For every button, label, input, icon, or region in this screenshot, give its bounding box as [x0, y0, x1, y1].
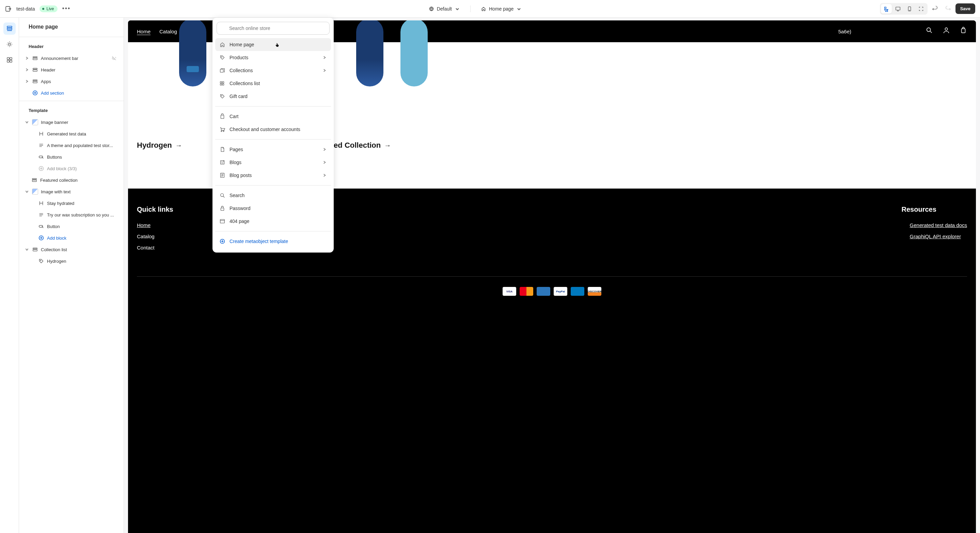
svg-rect-11	[7, 60, 9, 62]
save-button[interactable]: Save	[956, 3, 975, 14]
divider	[137, 276, 967, 277]
cart-icon[interactable]	[959, 27, 967, 34]
sidebar-item-header[interactable]: Header	[22, 64, 121, 76]
popover-item-search[interactable]: Search	[215, 189, 331, 202]
section-icon	[32, 67, 38, 73]
sidebar-item-announcement[interactable]: Announcement bar	[22, 52, 121, 64]
svg-rect-34	[220, 69, 223, 72]
popover-item-blogs[interactable]: Blogs	[215, 156, 331, 169]
add-section-button[interactable]: Add section	[22, 87, 121, 99]
svg-point-8	[8, 43, 11, 45]
popover-item-blog-posts[interactable]: Blog posts	[215, 169, 331, 182]
footer-link-contact[interactable]: Contact	[137, 245, 173, 251]
sidebar-item-featured-collection[interactable]: Featured collection	[22, 174, 121, 186]
fullscreen-view[interactable]	[916, 4, 926, 14]
sidebar-item-wax-subscription[interactable]: Try our wax subscription so you ...	[22, 209, 121, 220]
eye-off-icon[interactable]	[111, 56, 117, 61]
popover-item-pages[interactable]: Pages	[215, 143, 331, 156]
page-icon	[219, 146, 226, 152]
svg-rect-35	[220, 82, 222, 83]
tree-label: Apps	[41, 79, 117, 84]
section-icon	[32, 246, 38, 252]
theme-settings-tab[interactable]	[3, 38, 16, 51]
tree-label: Buttons	[47, 154, 117, 160]
chevron-right-icon	[322, 55, 327, 60]
svg-rect-22	[32, 179, 37, 180]
undo-button[interactable]	[930, 3, 940, 14]
app-embeds-tab[interactable]	[3, 54, 16, 66]
item-label: Collections	[229, 68, 253, 73]
text-icon	[38, 142, 44, 148]
item-label: Password	[229, 206, 250, 211]
search-input[interactable]	[216, 22, 329, 35]
sidebar-item-button[interactable]: Button	[22, 220, 121, 232]
footer-link-graphiql[interactable]: GraphiQL API explorer	[910, 233, 967, 239]
item-label: Home page	[229, 42, 254, 47]
divider	[215, 231, 331, 232]
redo-icon	[945, 6, 951, 12]
section-icon	[32, 78, 38, 84]
popover-item-collections-list[interactable]: Collections list	[215, 77, 331, 90]
popover-item-create-metaobject[interactable]: Create metaobject template	[215, 235, 331, 248]
nav-catalog[interactable]: Catalog	[159, 29, 177, 34]
svg-rect-36	[222, 82, 224, 83]
sidebar-item-stay-hydrated[interactable]: Stay hydrated	[22, 197, 121, 209]
image-banner-icon	[32, 119, 38, 125]
sidebar-item-buttons[interactable]: Buttons	[22, 151, 121, 163]
sidebar-item-theme-populated[interactable]: A theme and populated test stor...	[22, 140, 121, 151]
popover-item-home-page[interactable]: Home page	[215, 38, 331, 51]
svg-point-45	[221, 194, 224, 197]
svg-rect-5	[7, 26, 12, 28]
svg-point-41	[221, 131, 222, 132]
visa-icon: VISA	[503, 287, 516, 296]
browser-icon	[219, 218, 226, 224]
tree-label: Button	[47, 224, 117, 229]
divider	[215, 185, 331, 186]
sections-tab[interactable]	[3, 22, 16, 35]
nav-home[interactable]: Home	[137, 29, 151, 34]
popover-item-checkout[interactable]: Checkout and customer accounts	[215, 123, 331, 136]
language-label: Default	[437, 6, 452, 11]
collection-name: Hydrogen	[137, 141, 172, 150]
viewport-group	[880, 3, 928, 14]
account-icon[interactable]	[943, 27, 950, 34]
sidebar-item-collection-list[interactable]: Collection list	[22, 244, 121, 255]
bag-icon	[219, 113, 226, 119]
page-selector[interactable]: Home page	[481, 6, 522, 11]
sidebar-item-image-with-text[interactable]: Image with text	[22, 186, 121, 197]
tree-label: Generated test data	[47, 132, 117, 136]
popover-item-404[interactable]: 404 page	[215, 215, 331, 228]
item-label: Products	[229, 55, 248, 60]
item-label: Gift card	[229, 94, 248, 99]
footer-link-catalog[interactable]: Catalog	[137, 233, 173, 239]
button-icon	[38, 154, 44, 160]
popover-item-products[interactable]: Products	[215, 51, 331, 64]
popover-item-gift-card[interactable]: Gift card	[215, 90, 331, 103]
more-menu-icon[interactable]: •••	[62, 5, 71, 12]
inspector-toggle[interactable]	[881, 4, 892, 14]
footer-link-home[interactable]: Home	[137, 222, 173, 228]
sidebar-item-hydrogen[interactable]: Hydrogen	[22, 255, 121, 267]
item-label: 404 page	[229, 219, 249, 224]
popover-item-password[interactable]: Password	[215, 202, 331, 215]
search-icon[interactable]	[926, 27, 933, 34]
svg-rect-13	[33, 57, 37, 58]
footer-heading: Resources	[902, 206, 967, 213]
exit-icon[interactable]	[5, 5, 11, 12]
mobile-view[interactable]	[904, 4, 915, 14]
popover-item-collections[interactable]: Collections	[215, 64, 331, 77]
add-block-button[interactable]: Add block	[22, 232, 121, 244]
footer-link-docs[interactable]: Generated test data docs	[910, 222, 967, 228]
desktop-view[interactable]	[892, 4, 904, 14]
svg-rect-38	[222, 84, 224, 86]
popover-item-cart[interactable]: Cart	[215, 110, 331, 123]
collection-link-hydrogen[interactable]: Hydrogen →	[137, 141, 182, 150]
inspector-icon	[883, 6, 889, 12]
sidebar-item-generated-test-data[interactable]: Generated test data	[22, 128, 121, 140]
post-icon	[219, 172, 226, 178]
language-selector[interactable]: Default	[429, 6, 460, 11]
chevron-right-icon	[24, 56, 29, 60]
sidebar-item-apps[interactable]: Apps	[22, 76, 121, 87]
popover-group: Home page Products Collections Collectio…	[215, 36, 331, 105]
sidebar-item-image-banner[interactable]: Image banner	[22, 116, 121, 128]
